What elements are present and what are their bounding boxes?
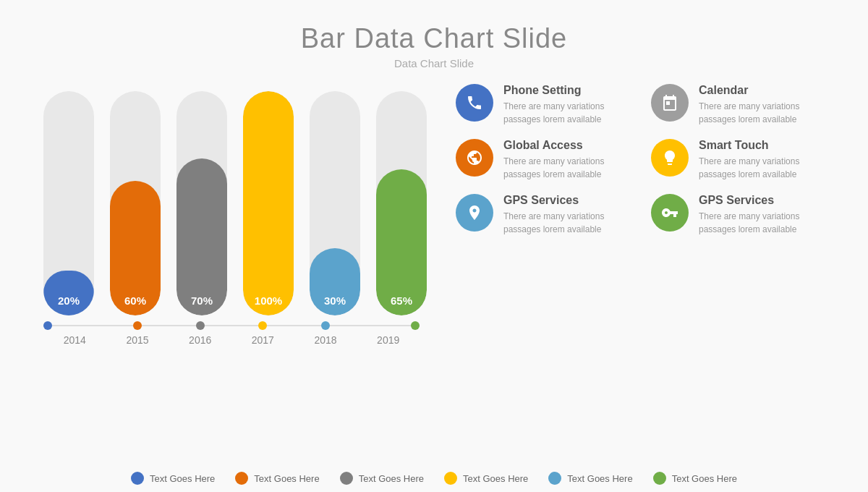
info-desc-1: There are many variations passages lorem… bbox=[699, 100, 822, 126]
info-text-1: CalendarThere are many variations passag… bbox=[699, 84, 822, 126]
bar-track-2015: 60% bbox=[110, 91, 161, 315]
timeline-year-2016: 2016 bbox=[189, 334, 211, 346]
info-panel: Phone SettingThere are many variations p… bbox=[427, 77, 825, 462]
timeline-year-2019: 2019 bbox=[377, 334, 399, 346]
info-item-4: GPS ServicesThere are many variations pa… bbox=[456, 194, 629, 236]
info-text-0: Phone SettingThere are many variations p… bbox=[503, 84, 626, 126]
legend-label-5: Text Goes Here bbox=[672, 473, 737, 484]
legend-item-2: Text Goes Here bbox=[340, 472, 424, 485]
bar-fill-2018: 30% bbox=[310, 248, 360, 315]
bar-track-2017: 100% bbox=[243, 91, 294, 315]
info-item-2: Global AccessThere are many variations p… bbox=[456, 139, 629, 181]
bar-fill-2016: 70% bbox=[176, 158, 227, 315]
legend-label-1: Text Goes Here bbox=[254, 473, 319, 484]
legend-dot-3 bbox=[444, 472, 457, 485]
main-content: 20%60%70%100%30%65% 20142015201620172018… bbox=[0, 77, 868, 462]
bar-wrapper-2017: 100% bbox=[243, 91, 294, 315]
bar-wrapper-2015: 60% bbox=[110, 91, 161, 315]
bar-fill-2019: 65% bbox=[376, 169, 427, 315]
legend: Text Goes HereText Goes HereText Goes He… bbox=[0, 462, 868, 492]
legend-dot-0 bbox=[131, 472, 144, 485]
info-text-5: GPS ServicesThere are many variations pa… bbox=[699, 194, 822, 236]
info-icon-1 bbox=[651, 84, 689, 122]
legend-dot-1 bbox=[235, 472, 248, 485]
page-subtitle: Data Chart Slide bbox=[301, 57, 568, 69]
info-icon-5 bbox=[651, 194, 689, 232]
bar-wrapper-2019: 65% bbox=[376, 91, 427, 315]
legend-label-3: Text Goes Here bbox=[463, 473, 528, 484]
bar-label-2016: 70% bbox=[176, 294, 227, 307]
info-icon-4 bbox=[456, 194, 493, 232]
timeline-year-2017: 2017 bbox=[252, 334, 274, 346]
info-desc-0: There are many variations passages lorem… bbox=[503, 100, 626, 126]
timeline-segment-2016: 2016 bbox=[169, 321, 231, 346]
info-title-1: Calendar bbox=[699, 84, 822, 97]
slide: Bar Data Chart Slide Data Chart Slide 20… bbox=[0, 0, 868, 492]
bar-fill-2014: 20% bbox=[43, 271, 94, 315]
info-item-0: Phone SettingThere are many variations p… bbox=[456, 84, 629, 126]
info-title-4: GPS Services bbox=[503, 194, 626, 207]
legend-label-2: Text Goes Here bbox=[359, 473, 424, 484]
timeline: 201420152016201720182019 bbox=[36, 315, 427, 346]
timeline-segment-2019: 2019 bbox=[357, 321, 420, 346]
chart-area: 20%60%70%100%30%65% 20142015201620172018… bbox=[36, 77, 427, 462]
bar-label-2014: 20% bbox=[43, 294, 94, 307]
info-item-5: GPS ServicesThere are many variations pa… bbox=[651, 194, 825, 236]
bar-label-2018: 30% bbox=[310, 294, 360, 307]
timeline-year-2015: 2015 bbox=[126, 334, 148, 346]
bar-wrapper-2016: 70% bbox=[176, 91, 227, 315]
legend-item-3: Text Goes Here bbox=[444, 472, 528, 485]
bar-fill-2017: 100% bbox=[243, 91, 294, 315]
info-desc-2: There are many variations passages lorem… bbox=[503, 155, 626, 181]
info-title-0: Phone Setting bbox=[503, 84, 626, 97]
info-item-1: CalendarThere are many variations passag… bbox=[651, 84, 825, 126]
info-title-3: Smart Touch bbox=[699, 139, 822, 152]
timeline-segment-2017: 2017 bbox=[231, 321, 294, 346]
info-text-2: Global AccessThere are many variations p… bbox=[503, 139, 626, 181]
bar-track-2018: 30% bbox=[310, 91, 360, 315]
bar-fill-2015: 60% bbox=[110, 181, 161, 315]
timeline-dot-2018 bbox=[321, 321, 330, 330]
info-icon-2 bbox=[456, 139, 493, 177]
timeline-segment-2015: 2015 bbox=[106, 321, 169, 346]
info-text-3: Smart TouchThere are many variations pas… bbox=[699, 139, 822, 181]
info-desc-3: There are many variations passages lorem… bbox=[699, 155, 822, 181]
info-desc-4: There are many variations passages lorem… bbox=[503, 210, 626, 236]
bar-track-2019: 65% bbox=[376, 91, 427, 315]
bar-track-2016: 70% bbox=[176, 91, 227, 315]
timeline-year-2018: 2018 bbox=[314, 334, 336, 346]
legend-dot-2 bbox=[340, 472, 353, 485]
legend-dot-4 bbox=[548, 472, 561, 485]
legend-dot-5 bbox=[653, 472, 666, 485]
bar-label-2017: 100% bbox=[243, 294, 294, 307]
timeline-segment-2014: 2014 bbox=[43, 321, 106, 346]
bar-track-2014: 20% bbox=[43, 91, 94, 315]
header: Bar Data Chart Slide Data Chart Slide bbox=[301, 0, 568, 69]
info-icon-0 bbox=[456, 84, 493, 122]
bar-label-2019: 65% bbox=[376, 294, 427, 307]
legend-item-0: Text Goes Here bbox=[131, 472, 215, 485]
legend-label-0: Text Goes Here bbox=[150, 473, 215, 484]
timeline-dot-2014 bbox=[43, 321, 52, 330]
bar-wrapper-2018: 30% bbox=[310, 91, 360, 315]
timeline-dot-2017 bbox=[258, 321, 267, 330]
timeline-dot-2019 bbox=[411, 321, 420, 330]
info-title-2: Global Access bbox=[503, 139, 626, 152]
timeline-year-2014: 2014 bbox=[64, 334, 86, 346]
info-item-3: Smart TouchThere are many variations pas… bbox=[651, 139, 825, 181]
legend-label-4: Text Goes Here bbox=[567, 473, 632, 484]
timeline-dot-2015 bbox=[133, 321, 142, 330]
bar-wrapper-2014: 20% bbox=[43, 91, 94, 315]
legend-item-1: Text Goes Here bbox=[235, 472, 319, 485]
legend-item-5: Text Goes Here bbox=[653, 472, 737, 485]
timeline-dot-2016 bbox=[196, 321, 205, 330]
bar-label-2015: 60% bbox=[110, 294, 161, 307]
legend-item-4: Text Goes Here bbox=[548, 472, 632, 485]
info-text-4: GPS ServicesThere are many variations pa… bbox=[503, 194, 626, 236]
info-desc-5: There are many variations passages lorem… bbox=[699, 210, 822, 236]
timeline-segment-2018: 2018 bbox=[294, 321, 357, 346]
info-icon-3 bbox=[651, 139, 689, 177]
page-title: Bar Data Chart Slide bbox=[301, 23, 568, 54]
bars-container: 20%60%70%100%30%65% bbox=[36, 77, 434, 315]
info-title-5: GPS Services bbox=[699, 194, 822, 207]
